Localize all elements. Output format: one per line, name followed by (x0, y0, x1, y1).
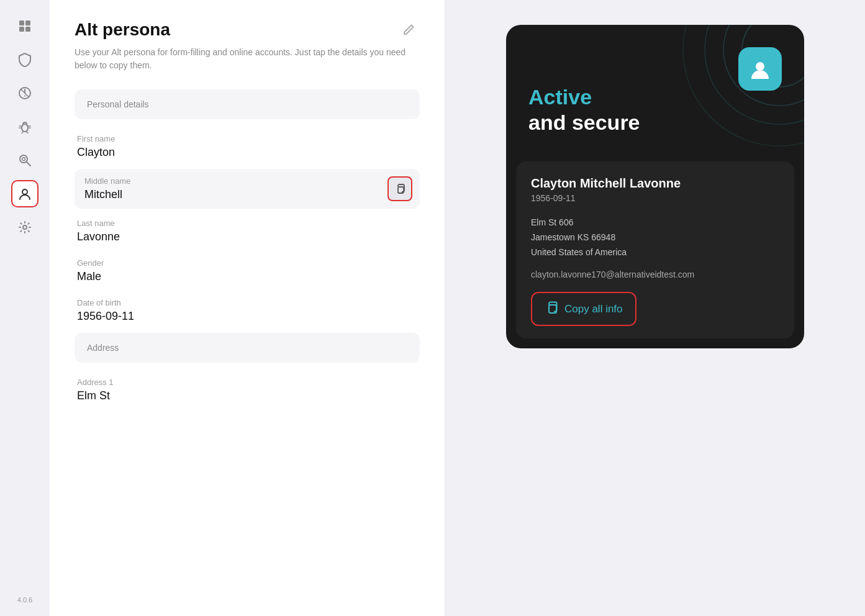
field-address1: Address 1 Elm St (75, 373, 420, 407)
value-middle-name: Mitchell (84, 188, 410, 201)
card-address-line3: United States of America (531, 245, 779, 260)
field-dob: Date of birth 1956-09-11 (75, 293, 420, 328)
sidebar-item-persona[interactable] (11, 180, 38, 207)
edit-button[interactable] (397, 19, 420, 41)
value-dob: 1956-09-11 (77, 310, 417, 323)
value-address1: Elm St (77, 389, 417, 402)
card-email: clayton.lavonne170@alternativeidtest.com (531, 270, 779, 279)
sidebar-item-alert[interactable] (11, 79, 38, 107)
svg-point-16 (756, 62, 764, 71)
card-name: Clayton Mitchell Lavonne (531, 176, 779, 191)
identity-card: Active and secure Clayton Mitchell Lavon… (506, 25, 804, 348)
value-first-name: Clayton (77, 146, 417, 159)
copy-middle-name-button[interactable] (387, 176, 412, 201)
main-content-panel: Alt persona Use your Alt persona for for… (50, 0, 445, 616)
field-middle-name[interactable]: Middle name Mitchell (75, 169, 420, 209)
card-address: Elm St 606 Jamestown KS 66948 United Sta… (531, 215, 779, 260)
sidebar-item-settings[interactable] (11, 214, 38, 241)
svg-rect-1 (25, 20, 30, 25)
page-header: Alt persona (75, 19, 420, 41)
sidebar: 4.0.6 (0, 0, 50, 616)
section-header-address: Address (75, 333, 420, 363)
card-bottom: Clayton Mitchell Lavonne 1956-09-11 Elm … (516, 161, 794, 338)
label-last-name: Last name (77, 219, 417, 228)
label-address1: Address 1 (77, 378, 417, 387)
field-first-name: First name Clayton (75, 129, 420, 164)
sidebar-item-search[interactable] (11, 147, 38, 174)
svg-point-8 (22, 158, 25, 161)
field-last-name: Last name Lavonne (75, 214, 420, 248)
svg-rect-2 (19, 27, 24, 32)
label-first-name: First name (77, 134, 417, 143)
card-top: Active and secure (506, 25, 804, 161)
value-last-name: Lavonne (77, 230, 417, 243)
svg-point-7 (20, 155, 27, 163)
sidebar-item-bug[interactable] (11, 113, 38, 140)
sidebar-item-shield[interactable] (11, 46, 38, 73)
svg-point-6 (22, 124, 28, 132)
copy-all-label: Copy all info (564, 303, 623, 315)
label-dob: Date of birth (77, 298, 417, 307)
svg-point-10 (23, 225, 27, 229)
version-label: 4.0.6 (17, 596, 32, 604)
copy-all-icon (545, 301, 558, 317)
sidebar-item-grid[interactable] (11, 12, 38, 40)
field-gender: Gender Male (75, 253, 420, 288)
label-gender: Gender (77, 258, 417, 268)
card-dob: 1956-09-11 (531, 193, 779, 203)
card-address-line2: Jamestown KS 66948 (531, 230, 779, 245)
card-address-line1: Elm St 606 (531, 215, 779, 230)
svg-rect-0 (19, 20, 24, 25)
section-header-personal: Personal details (75, 89, 420, 119)
value-gender: Male (77, 270, 417, 283)
page-subtitle: Use your Alt persona for form-filling an… (75, 46, 420, 72)
page-title: Alt persona (75, 20, 170, 40)
svg-point-5 (24, 96, 25, 97)
label-middle-name: Middle name (84, 176, 410, 186)
circles-decoration (655, 25, 804, 174)
svg-rect-3 (25, 27, 30, 32)
svg-point-9 (22, 189, 27, 194)
right-panel: Active and secure Clayton Mitchell Lavon… (445, 0, 865, 616)
copy-all-button[interactable]: Copy all info (531, 292, 636, 326)
card-avatar (738, 47, 782, 91)
